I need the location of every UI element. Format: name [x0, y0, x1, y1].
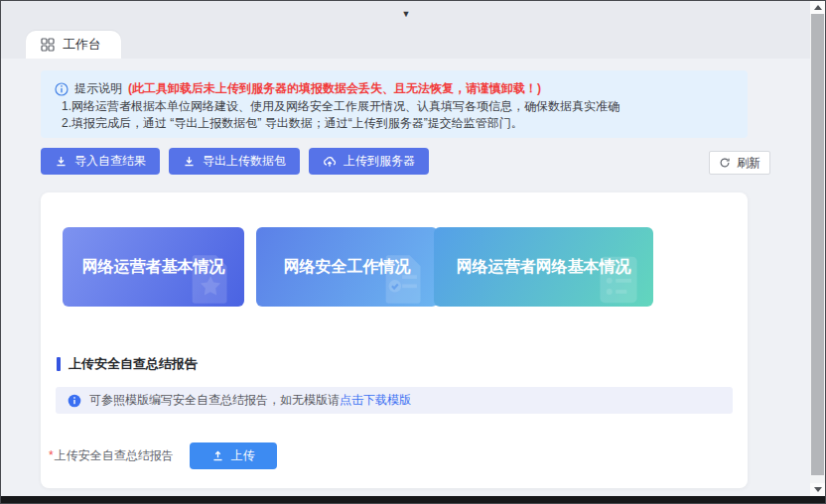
cloud-upload-icon	[323, 155, 337, 168]
scroll-up-hint-icon[interactable]: ▼	[394, 5, 418, 23]
upload-icon	[211, 449, 224, 462]
tip-text: 可参照模版编写安全自查总结报告，如无模版请	[89, 393, 340, 407]
upload-report-button[interactable]: 上传	[190, 442, 277, 469]
window-bottom-edge	[1, 496, 825, 503]
main-panel: 网络运营者基本情况 网络安全工作情况 网络运营者网	[41, 192, 748, 488]
scroll-down-icon	[814, 487, 822, 492]
refresh-button[interactable]: 刷新	[709, 151, 770, 175]
card-title: 网络运营者网络基本情况	[457, 257, 631, 278]
upload-report-label: 上传	[231, 447, 255, 464]
download-template-link[interactable]: 点击下载模版	[340, 393, 411, 407]
download-icon	[55, 155, 68, 168]
card-operator-network-info[interactable]: 网络运营者网络基本情况	[434, 227, 653, 307]
notice-warning-text: (此工具卸载后未上传到服务器的填报数据会丢失、且无法恢复，请谨慎卸载！)	[128, 80, 541, 97]
upload-report-form-row: *上传安全自查总结报告 上传	[49, 442, 277, 469]
scrollbar-up-button[interactable]	[810, 1, 825, 14]
upload-to-server-label: 上传到服务器	[344, 153, 415, 170]
tab-workbench[interactable]: 工作台	[26, 31, 121, 59]
refresh-icon	[719, 157, 731, 169]
report-section-title: 上传安全自查总结报告	[69, 355, 198, 373]
notice-instruction-1: 1.网络运营者根据本单位网络建设、使用及网络安全工作展开情况、认真填写各项信息，…	[62, 98, 734, 115]
upload-report-field-label: *上传安全自查总结报告	[49, 447, 174, 464]
scrollbar-down-button[interactable]	[810, 483, 825, 496]
refresh-label: 刷新	[737, 155, 760, 172]
notice-box: 提示说明 (此工具卸载后未上传到服务器的填报数据会丢失、且无法恢复，请谨慎卸载！…	[41, 70, 748, 138]
upload-to-server-button[interactable]: 上传到服务器	[309, 148, 429, 175]
notice-instruction-2: 2.填报完成后，通过 “导出上报数据包” 导出数据；通过“上传到服务器”提交给监…	[62, 115, 734, 132]
section-marker-bar	[57, 357, 61, 371]
export-data-package-label: 导出上传数据包	[203, 153, 286, 170]
application-window: ▼ 工作台 提示说明 (此工具卸	[0, 0, 826, 504]
scrollbar-thumb[interactable]	[811, 14, 824, 475]
notice-title: 提示说明	[74, 80, 122, 97]
tab-label: 工作台	[63, 36, 101, 54]
tab-band: ▼ 工作台	[1, 1, 810, 59]
grid-icon	[41, 38, 55, 52]
toolbar: 导入自查结果 导出上传数据包 上传到服务器	[41, 148, 429, 175]
card-security-work-info[interactable]: 网络安全工作情况	[256, 227, 438, 307]
card-title: 网络安全工作情况	[284, 257, 411, 278]
info-circle-icon	[55, 82, 69, 96]
import-self-check-button[interactable]: 导入自查结果	[41, 148, 160, 175]
vertical-scrollbar[interactable]	[810, 1, 825, 496]
scroll-up-icon	[814, 5, 822, 10]
info-filled-icon	[68, 394, 81, 408]
import-self-check-label: 导入自查结果	[74, 153, 146, 170]
template-tip-bar: 可参照模版编写安全自查总结报告，如无模版请点击下载模版	[56, 387, 733, 414]
report-section-header: 上传安全自查总结报告	[57, 355, 198, 373]
download-icon	[183, 155, 196, 168]
card-title: 网络运营者基本情况	[82, 257, 225, 278]
export-data-package-button[interactable]: 导出上传数据包	[169, 148, 300, 175]
required-asterisk: *	[49, 448, 54, 462]
card-operator-basic-info[interactable]: 网络运营者基本情况	[63, 227, 244, 307]
